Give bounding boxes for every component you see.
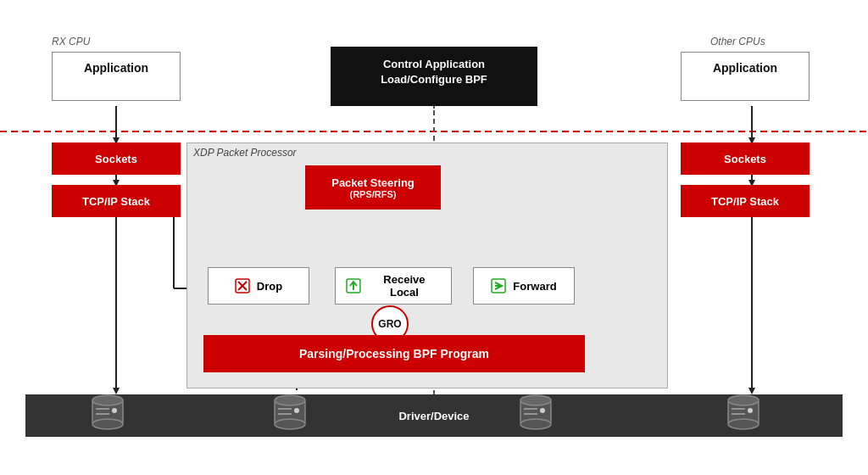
svg-point-47 [275,395,305,405]
svg-point-48 [275,419,305,429]
svg-point-59 [728,395,759,405]
receive-local-box: Receive Local [335,267,452,305]
sockets-left-box: Sockets [52,142,181,175]
diagram-container: RX CPU Other CPUs Application Applicatio… [0,0,868,475]
drop-label: Drop [257,280,282,293]
packet-steering-line2: (RPS/RFS) [350,189,397,199]
svg-point-54 [520,419,551,429]
forward-label: Forward [513,280,556,293]
other-cpus-label: Other CPUs [710,36,765,48]
bpf-program-box: Parsing/Processing BPF Program [203,335,585,372]
packet-steering-box: Packet Steering (RPS/RFS) [305,165,441,210]
driver-label: Driver/Device [398,410,469,422]
application-right-box: Application [681,52,810,101]
rx-cpu-label: RX CPU [52,36,90,48]
svg-point-49 [294,408,299,413]
control-app-line2: Load/Configure BPF [381,73,487,86]
receive-local-label: Receive Local [368,273,441,299]
svg-point-41 [92,395,123,405]
svg-point-60 [728,419,759,429]
xdp-label: XDP Packet Processor [193,147,297,159]
packet-steering-line1: Packet Steering [331,176,415,189]
control-app-box: Control Application Load/Configure BPF [331,47,537,106]
sockets-right-box: Sockets [681,142,810,175]
svg-point-43 [112,408,117,413]
forward-box: Forward [473,267,575,305]
svg-point-42 [92,419,123,429]
driver-bar: Driver/Device [25,394,843,437]
application-left-box: Application [52,52,181,101]
server-icon-1 [89,390,126,437]
tcp-ip-right-box: TCP/IP Stack [681,185,810,217]
svg-point-55 [540,408,545,413]
server-icon-3 [517,390,554,437]
drop-icon [235,278,250,293]
forward-icon [491,278,506,293]
server-icon-4 [725,390,762,437]
drop-box: Drop [208,267,309,305]
control-app-line1: Control Application [383,58,485,70]
svg-point-53 [520,395,551,405]
tcp-ip-left-box: TCP/IP Stack [52,185,181,217]
receive-local-icon [346,278,361,293]
server-icon-2 [271,390,309,437]
svg-point-61 [748,408,753,413]
